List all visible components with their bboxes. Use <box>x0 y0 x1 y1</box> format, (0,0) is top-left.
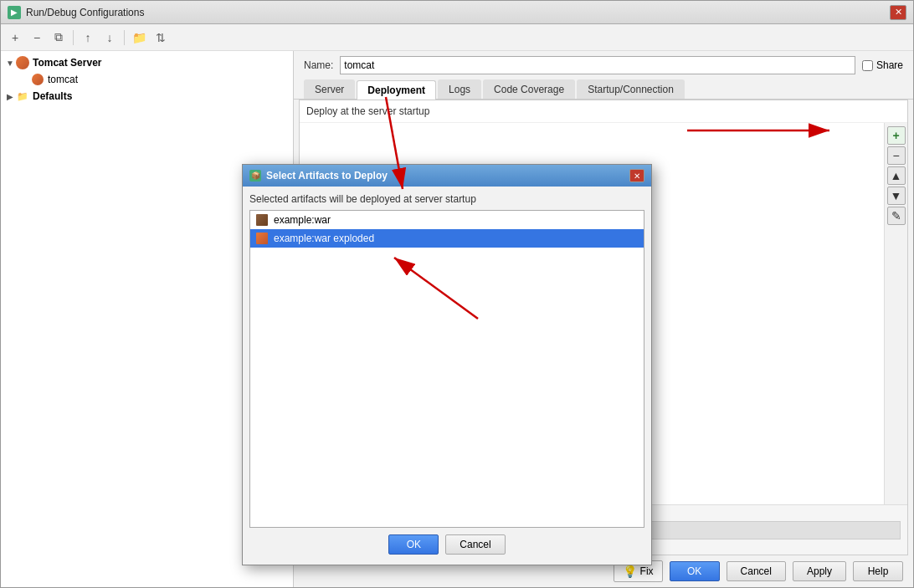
artifacts-subtitle: Selected artifacts will be deployed at s… <box>249 193 644 205</box>
artifacts-footer: OK Cancel <box>249 528 644 558</box>
fix-icon: 💡 <box>623 565 637 578</box>
tab-code-coverage[interactable]: Code Coverage <box>483 79 575 99</box>
tree-item-tomcat[interactable]: tomcat <box>1 71 293 88</box>
artifacts-dialog: 📦 Select Artifacts to Deploy ✕ Selected … <box>242 164 652 565</box>
defaults-icon: 📁 <box>16 89 29 103</box>
configuration-toolbar: + − ⧉ ↑ ↓ 📁 ⇅ <box>1 24 913 51</box>
toolbar-separator-1 <box>73 30 74 45</box>
artifacts-list: example:war example:war exploded <box>249 210 644 528</box>
artifacts-dialog-icon: 📦 <box>249 170 261 182</box>
tab-startup-connection[interactable]: Startup/Connection <box>577 79 685 99</box>
tree-item-defaults[interactable]: ▶ 📁 Defaults <box>1 88 293 105</box>
tree-arrow-defaults: ▶ <box>4 92 16 101</box>
tomcat-label: tomcat <box>48 74 78 85</box>
tab-deployment[interactable]: Deployment <box>357 80 436 100</box>
share-checkbox-row: Share <box>862 59 903 71</box>
move-up-button[interactable]: ↑ <box>79 28 97 47</box>
war-exploded-icon <box>255 232 269 245</box>
ok-button[interactable]: OK <box>670 561 720 581</box>
fix-label: Fix <box>640 565 654 577</box>
tomcat-server-icon <box>16 56 29 69</box>
move-down-artifact-button[interactable]: ▼ <box>887 187 906 205</box>
share-checkbox[interactable] <box>862 60 873 71</box>
sort-button[interactable]: ⇅ <box>151 28 170 47</box>
dialog-title: Run/Debug Configurations <box>26 7 144 18</box>
tree-item-tomcat-server[interactable]: ▼ Tomcat Server <box>1 54 293 71</box>
artifact-war-exploded-label: example:war exploded <box>274 233 374 244</box>
help-button[interactable]: Help <box>853 561 903 581</box>
deploy-section-label: Deploy at the server startup <box>300 100 907 123</box>
copy-config-button[interactable]: ⧉ <box>49 28 68 47</box>
tree-arrow-tomcat-server: ▼ <box>4 59 16 68</box>
artifact-item-war-exploded[interactable]: example:war exploded <box>250 229 644 248</box>
cancel-button[interactable]: Cancel <box>727 561 786 581</box>
add-artifact-button[interactable]: + <box>887 126 906 145</box>
folder-button[interactable]: 📁 <box>130 28 148 47</box>
tomcat-server-label: Tomcat Server <box>33 57 101 69</box>
add-config-button[interactable]: + <box>6 28 24 47</box>
apply-button[interactable]: Apply <box>793 561 846 581</box>
configuration-tabs: Server Deployment Logs Code Coverage Sta… <box>294 79 913 100</box>
artifacts-title-bar: 📦 Select Artifacts to Deploy ✕ <box>243 165 651 187</box>
artifacts-dialog-title: Select Artifacts to Deploy <box>266 170 388 182</box>
share-label: Share <box>876 59 903 71</box>
artifacts-title-left: 📦 Select Artifacts to Deploy <box>249 170 388 182</box>
artifacts-body: Selected artifacts will be deployed at s… <box>243 187 651 565</box>
defaults-label: Defaults <box>33 90 72 102</box>
toolbar-separator-2 <box>124 30 125 45</box>
artifact-war-label: example:war <box>274 214 331 226</box>
artifacts-cancel-button[interactable]: Cancel <box>445 534 505 555</box>
tab-server[interactable]: Server <box>304 79 355 99</box>
tab-logs[interactable]: Logs <box>438 79 481 99</box>
name-label: Name: <box>304 59 333 71</box>
artifact-item-war[interactable]: example:war <box>250 211 644 229</box>
name-input[interactable] <box>340 56 855 74</box>
artifacts-dialog-close-button[interactable]: ✕ <box>629 169 644 182</box>
war-icon <box>255 213 269 227</box>
deploy-toolbar: + − ▲ ▼ ✎ <box>884 123 907 504</box>
run-debug-icon: ▶ <box>8 6 21 19</box>
title-bar-left: ▶ Run/Debug Configurations <box>8 6 144 19</box>
move-up-artifact-button[interactable]: ▲ <box>887 166 906 185</box>
artifacts-ok-button[interactable]: OK <box>388 534 439 555</box>
name-row: Name: Share <box>294 51 913 79</box>
main-dialog: ▶ Run/Debug Configurations ✕ + − ⧉ ↑ ↓ 📁… <box>0 0 914 588</box>
main-dialog-close-button[interactable]: ✕ <box>890 5 906 20</box>
edit-artifact-button[interactable]: ✎ <box>887 207 906 225</box>
remove-config-button[interactable]: − <box>28 28 46 47</box>
tomcat-icon <box>31 73 44 86</box>
remove-artifact-button[interactable]: − <box>887 146 906 165</box>
title-bar: ▶ Run/Debug Configurations ✕ <box>1 1 913 24</box>
move-down-button[interactable]: ↓ <box>100 28 119 47</box>
